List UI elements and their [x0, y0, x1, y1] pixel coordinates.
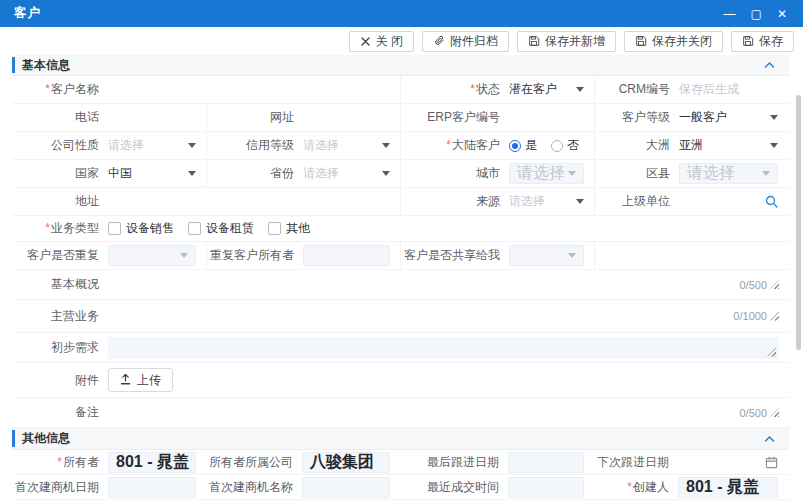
- first-opp-date-input[interactable]: [108, 477, 196, 498]
- form-row: 地址 来源 请选择 上级单位: [12, 188, 789, 216]
- form-content: 基本信息 *客户名称 *状态 潜在客户 CRM编号 保存后生成 电话 网址 ER…: [12, 55, 789, 500]
- source-select[interactable]: 请选择: [509, 193, 594, 210]
- maximize-icon[interactable]: ▢: [751, 8, 762, 20]
- owner-company-input[interactable]: 八骏集团: [302, 452, 390, 473]
- save-icon: [635, 35, 647, 47]
- dropdown-arrow-icon: [180, 253, 188, 258]
- dropdown-arrow-icon: [382, 171, 390, 176]
- minimize-icon[interactable]: —: [724, 8, 736, 20]
- equipment-sales-checkbox[interactable]: 设备销售: [108, 220, 174, 237]
- is-duplicate-select[interactable]: [108, 245, 196, 266]
- first-opp-name-label: 首次建商机名称: [206, 479, 302, 496]
- section-title: 其他信息: [22, 430, 70, 447]
- form-row: 国家 中国 省份 请选择 城市 请选择 区县 请选择: [12, 160, 789, 188]
- scrollbar-thumb[interactable]: [796, 95, 801, 350]
- owner-input[interactable]: 801 - 晁盖: [108, 452, 196, 473]
- address-label: 地址: [12, 193, 108, 210]
- remark-textarea[interactable]: 0/500: [108, 407, 789, 419]
- website-label: 网址: [207, 109, 303, 126]
- form-row: *业务类型 设备销售 设备租赁 其他: [12, 216, 789, 242]
- resize-handle-icon[interactable]: [770, 312, 779, 321]
- form-row: *所有者 801 - 晁盖 所有者所属公司 八骏集团 最后跟进日期 下次跟进日期: [12, 450, 789, 475]
- last-deal-time-input[interactable]: [508, 477, 584, 498]
- radio-selected-icon: [509, 140, 521, 152]
- country-select[interactable]: 中国: [108, 165, 206, 182]
- district-select[interactable]: 请选择: [679, 163, 778, 184]
- save-and-close-button[interactable]: 保存并关闭: [624, 31, 723, 52]
- attachment-field: 上传: [108, 368, 789, 392]
- dropdown-arrow-icon: [188, 143, 196, 148]
- owner-company-label: 所有者所属公司: [206, 454, 302, 471]
- continent-label: 大洲: [595, 137, 679, 154]
- first-opp-name-input[interactable]: [302, 477, 390, 498]
- chevron-up-icon[interactable]: [764, 61, 775, 69]
- equipment-lease-checkbox[interactable]: 设备租赁: [188, 220, 254, 237]
- status-label: *状态: [401, 81, 509, 98]
- creator-input[interactable]: 801 - 晁盖: [678, 477, 778, 498]
- customer-name-label: *客户名称: [12, 81, 108, 98]
- dropdown-arrow-icon: [770, 115, 778, 120]
- next-follow-date-input[interactable]: [678, 456, 788, 469]
- last-follow-date-input[interactable]: [508, 452, 584, 473]
- parent-unit-input[interactable]: [679, 195, 788, 208]
- resize-handle-icon[interactable]: [770, 408, 779, 417]
- form-row: 公司性质 请选择 信用等级 请选择 *大陆客户 是 否 大洲 亚洲: [12, 132, 789, 160]
- mainland-no-radio[interactable]: 否: [551, 137, 579, 154]
- shared-to-me-select[interactable]: [509, 245, 584, 266]
- form-row: 基本概况 0/500: [12, 270, 789, 300]
- section-accent-bar: [12, 57, 15, 73]
- resize-handle-icon[interactable]: [770, 280, 779, 289]
- dropdown-arrow-icon: [188, 171, 196, 176]
- phone-label: 电话: [12, 109, 108, 126]
- resize-handle-icon[interactable]: [767, 348, 776, 357]
- close-window-icon[interactable]: ✕: [777, 8, 787, 20]
- shared-to-me-label: 客户是否共享给我: [401, 247, 509, 264]
- crm-no-input[interactable]: 保存后生成: [679, 81, 788, 98]
- window-title: 客户: [14, 5, 41, 22]
- initial-demand-textarea[interactable]: [108, 337, 779, 359]
- province-select[interactable]: 请选择: [303, 165, 400, 182]
- form-row: 初步需求: [12, 333, 789, 363]
- save-icon: [528, 35, 540, 47]
- search-icon[interactable]: [765, 195, 778, 208]
- grade-select[interactable]: 一般客户: [679, 109, 788, 126]
- company-nature-select[interactable]: 请选择: [108, 137, 206, 154]
- attachment-label: 附件: [12, 372, 108, 389]
- remark-label: 备注: [12, 404, 108, 421]
- mainland-radio-group: 是 否: [509, 137, 594, 154]
- continent-select[interactable]: 亚洲: [679, 137, 788, 154]
- city-select[interactable]: 请选择: [509, 163, 584, 184]
- chevron-up-icon[interactable]: [764, 435, 775, 443]
- dropdown-arrow-icon: [568, 253, 576, 258]
- last-follow-date-label: 最后跟进日期: [400, 454, 508, 471]
- other-checkbox[interactable]: 其他: [268, 220, 310, 237]
- credit-level-select[interactable]: 请选择: [303, 137, 400, 154]
- company-nature-label: 公司性质: [12, 137, 108, 154]
- close-button[interactable]: 关 闭: [349, 31, 414, 52]
- grade-label: 客户等级: [595, 109, 679, 126]
- province-label: 省份: [207, 165, 303, 182]
- save-button[interactable]: 保存: [731, 31, 794, 52]
- attachment-archive-button[interactable]: 附件归档: [422, 31, 509, 52]
- calendar-icon[interactable]: [765, 456, 778, 469]
- creator-label: *创建人: [594, 479, 678, 496]
- checkbox-icon: [268, 222, 281, 235]
- dropdown-arrow-icon: [568, 171, 576, 176]
- duplicate-owner-input[interactable]: [303, 245, 390, 266]
- first-opp-date-label: 首次建商机日期: [12, 479, 108, 496]
- mainland-yes-radio[interactable]: 是: [509, 137, 537, 154]
- dropdown-arrow-icon: [762, 171, 770, 176]
- save-and-new-button[interactable]: 保存并新增: [517, 31, 616, 52]
- crm-no-label: CRM编号: [595, 81, 679, 98]
- upload-button[interactable]: 上传: [108, 368, 173, 392]
- status-select[interactable]: 潜在客户: [509, 81, 594, 98]
- basic-overview-textarea[interactable]: 0/500: [108, 279, 789, 291]
- section-header-other-info: 其他信息: [12, 428, 789, 450]
- business-type-label: *业务类型: [12, 220, 108, 237]
- upload-icon: [120, 373, 131, 388]
- form-row: 主营业务 0/1000: [12, 300, 789, 333]
- main-business-textarea[interactable]: 0/1000: [108, 310, 789, 322]
- form-row: 备注 0/500: [12, 398, 789, 428]
- city-label: 城市: [401, 165, 509, 182]
- vertical-scrollbar: [795, 55, 802, 500]
